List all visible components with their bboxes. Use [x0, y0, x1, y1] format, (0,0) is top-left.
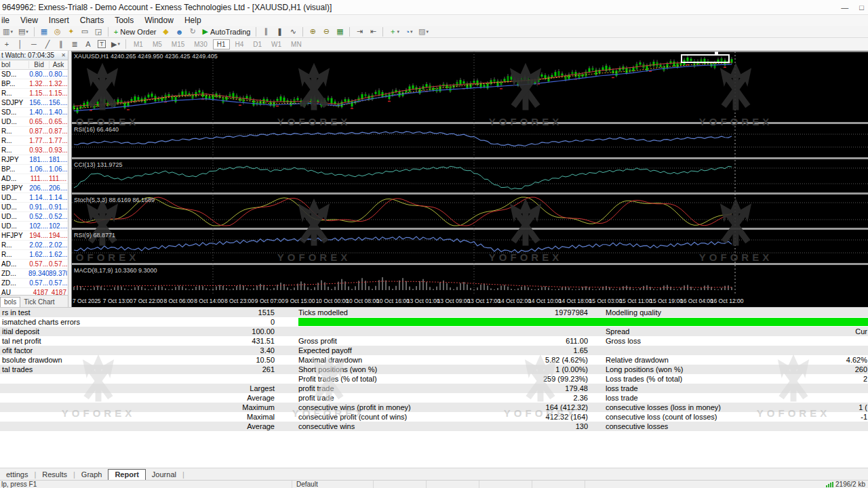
- text-label-tool-button[interactable]: T: [96, 39, 108, 49]
- text-tool-button[interactable]: A: [82, 39, 94, 49]
- menu-item-ile[interactable]: ile: [0, 15, 15, 26]
- market-watch-rows: SD...0.80...0.80...BP...1.32...1.32...R.…: [0, 70, 68, 295]
- strategy-tester-toggle-button[interactable]: ◲: [92, 26, 104, 37]
- chevron-down-icon[interactable]: ▾: [26, 29, 28, 35]
- market-watch-toggle-button[interactable]: ▦: [38, 26, 50, 37]
- report-label: bsolute drawdown: [0, 356, 207, 364]
- report-label: ismatched charts errors: [0, 318, 207, 326]
- horizontal-line-tool-button[interactable]: ─: [28, 39, 40, 49]
- market-watch-row[interactable]: UD...0.65...0.65...: [0, 117, 68, 127]
- templates-list-button[interactable]: ▨▾: [416, 26, 431, 37]
- market-watch-row[interactable]: UD...1.14...1.14...: [0, 193, 68, 203]
- timeframe-h1-button[interactable]: H1: [213, 39, 230, 49]
- timeframe-d1-button[interactable]: D1: [249, 39, 266, 49]
- market-watch-row[interactable]: HFJPY194....194....: [0, 231, 68, 241]
- timeframe-m1-button[interactable]: M1: [130, 39, 147, 49]
- status-profile[interactable]: Default: [292, 481, 373, 488]
- price-chart[interactable]: [72, 52, 868, 307]
- crosshair-tool-button[interactable]: +: [1, 39, 13, 49]
- data-window-toggle-button[interactable]: ◎: [52, 26, 64, 37]
- market-watch-row[interactable]: R...0.93...0.93...: [0, 146, 68, 155]
- timeframe-m5-button[interactable]: M5: [149, 39, 166, 49]
- market-watch-tab-bols[interactable]: bols: [0, 297, 20, 307]
- bar-chart-mode-button[interactable]: ∥: [260, 26, 272, 37]
- market-watch-row[interactable]: BPJPY206....206....: [0, 184, 68, 193]
- market-watch-row[interactable]: AD...0.57...0.57...: [0, 260, 68, 269]
- vertical-line-tool-button[interactable]: │: [14, 39, 26, 49]
- history-center-button[interactable]: ↻: [186, 26, 199, 37]
- line-chart-mode-button[interactable]: ∿: [287, 26, 299, 37]
- zoom-in-button[interactable]: ⊕: [307, 26, 319, 37]
- new-chart-button[interactable]: ▥▾: [1, 26, 15, 37]
- main-toolbar: ▥▾▤▾▦◎✦▭◲+New Order◆☻↻▶AutoTrading∥❚∿⊕⊖▦…: [0, 26, 868, 38]
- tester-tab-report[interactable]: Report: [108, 469, 145, 480]
- indicators-list-button[interactable]: ＋▾: [387, 26, 401, 37]
- tester-tab-results[interactable]: Results: [36, 470, 73, 480]
- time-axis-label: 13 Oct 01:00: [407, 298, 440, 304]
- chart-shift-button[interactable]: ⇤: [367, 26, 379, 37]
- autotrading-button[interactable]: ▶AutoTrading: [200, 26, 252, 37]
- auto-scroll-button[interactable]: ⇥: [353, 26, 366, 37]
- market-watch-row[interactable]: SD...1.40...1.40...: [0, 108, 68, 117]
- chevron-down-icon[interactable]: ▾: [397, 29, 399, 35]
- menu-item-view[interactable]: View: [15, 15, 43, 26]
- timeframe-mn-button[interactable]: MN: [287, 39, 306, 49]
- market-watch-row[interactable]: UD...102....102....: [0, 222, 68, 231]
- market-watch-row[interactable]: BP...1.06...1.06...: [0, 165, 68, 174]
- profiles-button[interactable]: ▤▾: [16, 26, 31, 37]
- zoom-out-button[interactable]: ⊖: [320, 26, 332, 37]
- market-watch-row[interactable]: AD...111....111....: [0, 174, 68, 184]
- chevron-down-icon[interactable]: ▾: [410, 29, 413, 35]
- equidistant-channel-tool-button[interactable]: ∥: [55, 39, 67, 49]
- timeframe-h4-button[interactable]: H4: [231, 39, 248, 49]
- tile-windows-button[interactable]: ▦: [334, 26, 346, 37]
- fibonacci-tool-button[interactable]: ≣: [68, 39, 81, 49]
- backtest-report-panel: rs in test1515Ticks modelled19797984Mode…: [0, 307, 868, 468]
- tester-tab-ettings[interactable]: ettings: [0, 470, 34, 480]
- trendline-tool-button[interactable]: ╱: [41, 39, 54, 49]
- ask-value: 0.57...: [49, 260, 67, 268]
- market-watch-row[interactable]: BP...1.32...1.32...: [0, 79, 68, 89]
- report-row: Averageprofit trade2.36loss trade: [0, 393, 868, 403]
- market-watch-tab-tick-chart[interactable]: Tick Chart: [20, 298, 58, 307]
- menu-item-help[interactable]: Help: [179, 15, 207, 26]
- experts-button[interactable]: ☻: [173, 26, 185, 37]
- menu-item-charts[interactable]: Charts: [75, 15, 109, 26]
- time-axis-label: 10 Oct 00:00: [315, 298, 349, 304]
- tester-tab-journal[interactable]: Journal: [146, 470, 182, 480]
- market-watch-row[interactable]: SDJPY156....156....: [0, 98, 68, 108]
- market-watch-row[interactable]: UD...0.52...0.52...: [0, 212, 68, 222]
- minimize-button[interactable]: —: [841, 3, 848, 12]
- tester-tab-graph[interactable]: Graph: [75, 470, 108, 480]
- timeframe-m30-button[interactable]: M30: [190, 39, 211, 49]
- timeframe-w1-button[interactable]: W1: [267, 39, 285, 49]
- new-order-button[interactable]: +New Order: [112, 26, 159, 37]
- chevron-down-icon[interactable]: ▾: [10, 29, 13, 35]
- periods-list-button[interactable]: ◔▾: [403, 26, 415, 37]
- terminal-toggle-button[interactable]: ▭: [79, 26, 91, 37]
- close-icon[interactable]: ✕: [61, 52, 68, 58]
- chevron-down-icon[interactable]: ▾: [117, 41, 120, 47]
- market-watch-row[interactable]: R...0.87...0.87...: [0, 127, 68, 136]
- candlestick-mode-button[interactable]: ❚: [273, 26, 285, 37]
- metaeditor-button[interactable]: ◆: [159, 26, 172, 37]
- timeframe-m15-button[interactable]: M15: [167, 39, 189, 49]
- market-watch-row[interactable]: R...2.02...2.02...: [0, 241, 68, 250]
- market-watch-row[interactable]: R...1.77...1.77...: [0, 136, 68, 146]
- menu-item-insert[interactable]: Insert: [43, 15, 75, 26]
- maximize-button[interactable]: □: [859, 3, 864, 12]
- market-watch-row[interactable]: R...1.15...1.15...: [0, 89, 68, 98]
- market-watch-row[interactable]: AU41874187: [0, 288, 68, 295]
- market-watch-row[interactable]: SD...0.80...0.80...: [0, 70, 68, 79]
- market-watch-row[interactable]: R...1.62...1.62...: [0, 250, 68, 260]
- arrows-tool-button[interactable]: ▶▾: [109, 39, 122, 49]
- market-watch-row[interactable]: ZD...89.34089.370: [0, 269, 68, 279]
- market-watch-row[interactable]: UD...0.91...0.91...: [0, 203, 68, 212]
- menu-item-tools[interactable]: Tools: [109, 15, 139, 26]
- market-watch-row[interactable]: ZD...0.57...0.57...: [0, 279, 68, 288]
- navigator-toggle-button[interactable]: ✦: [65, 26, 77, 37]
- chart-window[interactable]: XAUUSD,H1 4240.265 4249.950 4236.425 424…: [71, 51, 868, 307]
- chevron-down-icon[interactable]: ▾: [426, 29, 429, 35]
- market-watch-row[interactable]: RJPY181....181....: [0, 155, 68, 165]
- menu-item-window[interactable]: Window: [139, 15, 179, 26]
